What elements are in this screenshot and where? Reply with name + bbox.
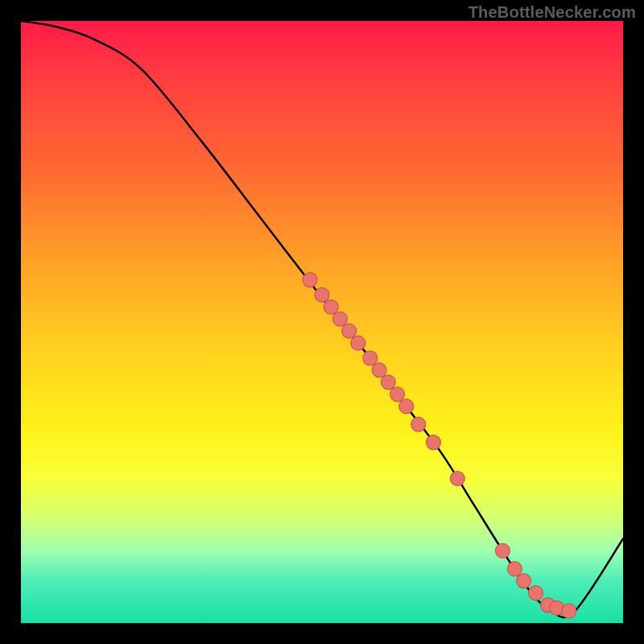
data-point: [303, 273, 317, 287]
data-point: [517, 574, 531, 588]
chart-svg: [21, 21, 623, 623]
data-points: [303, 273, 576, 618]
data-point: [495, 543, 510, 558]
data-point: [342, 324, 357, 338]
data-point: [372, 363, 386, 378]
data-point: [507, 562, 522, 576]
data-point: [529, 586, 543, 601]
data-point: [363, 351, 378, 365]
data-point: [390, 387, 405, 402]
chart-frame: TheBottleNecker.com: [0, 0, 644, 644]
data-point: [450, 472, 464, 486]
data-point: [324, 299, 338, 314]
data-point: [332, 312, 347, 326]
data-point: [411, 417, 426, 431]
watermark-text: TheBottleNecker.com: [469, 3, 636, 22]
data-point: [399, 399, 414, 414]
bottleneck-curve: [21, 21, 623, 617]
data-point: [426, 436, 440, 450]
plot-area: [21, 21, 623, 623]
data-point: [351, 336, 365, 350]
data-point: [315, 287, 329, 302]
data-point: [562, 604, 576, 618]
data-point: [381, 375, 395, 390]
